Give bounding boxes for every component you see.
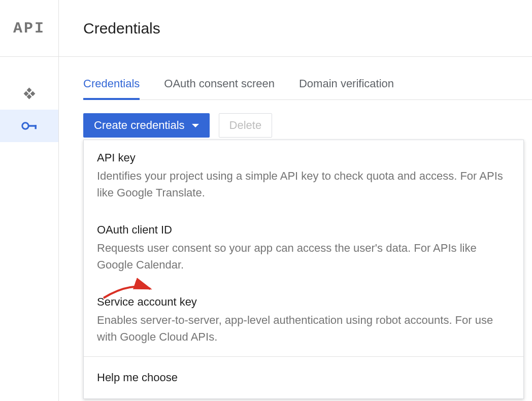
dropdown-item-desc: Enables server-to-server, app-level auth… bbox=[97, 312, 510, 345]
svg-rect-2 bbox=[35, 125, 36, 129]
nav-credentials[interactable] bbox=[0, 110, 58, 142]
nav-dashboard[interactable] bbox=[0, 77, 58, 110]
dropdown-item-desc: Identifies your project using a simple A… bbox=[97, 168, 510, 201]
button-row: Create credentials Delete API key Identi… bbox=[83, 113, 532, 138]
key-icon bbox=[21, 121, 38, 130]
sidebar-nav bbox=[0, 57, 58, 142]
dropdown-item-title: OAuth client ID bbox=[97, 223, 510, 237]
tab-oauth-consent[interactable]: OAuth consent screen bbox=[164, 77, 275, 99]
page-header: Credentials bbox=[59, 0, 532, 57]
dropdown-help-me-choose[interactable]: Help me choose bbox=[84, 357, 523, 398]
tab-domain-verification[interactable]: Domain verification bbox=[299, 77, 394, 99]
api-logo: API bbox=[13, 20, 45, 37]
delete-button[interactable]: Delete bbox=[219, 113, 273, 138]
create-credentials-button[interactable]: Create credentials bbox=[83, 113, 210, 138]
dropdown-item-desc: Requests user consent so your app can ac… bbox=[97, 240, 510, 273]
tabs: Credentials OAuth consent screen Domain … bbox=[83, 77, 532, 100]
logo-block: API bbox=[0, 0, 58, 57]
page-title: Credentials bbox=[83, 20, 160, 37]
dropdown-item-title: API key bbox=[97, 151, 510, 164]
dropdown-item-title: Service account key bbox=[97, 295, 510, 309]
svg-point-0 bbox=[22, 123, 28, 129]
dropdown-item-service-account-key[interactable]: Service account key Enables server-to-se… bbox=[84, 284, 523, 356]
caret-down-icon bbox=[192, 124, 199, 127]
dashboard-icon bbox=[25, 89, 34, 98]
main-content: Credentials Credentials OAuth consent sc… bbox=[59, 0, 532, 401]
create-credentials-dropdown: API key Identifies your project using a … bbox=[83, 140, 524, 399]
dropdown-item-oauth-client-id[interactable]: OAuth client ID Requests user consent so… bbox=[84, 212, 523, 284]
create-credentials-label: Create credentials bbox=[94, 119, 185, 132]
content-area: Credentials OAuth consent screen Domain … bbox=[59, 57, 532, 138]
dropdown-item-api-key[interactable]: API key Identifies your project using a … bbox=[84, 140, 523, 212]
tab-credentials[interactable]: Credentials bbox=[83, 77, 140, 99]
sidebar: API bbox=[0, 0, 59, 401]
